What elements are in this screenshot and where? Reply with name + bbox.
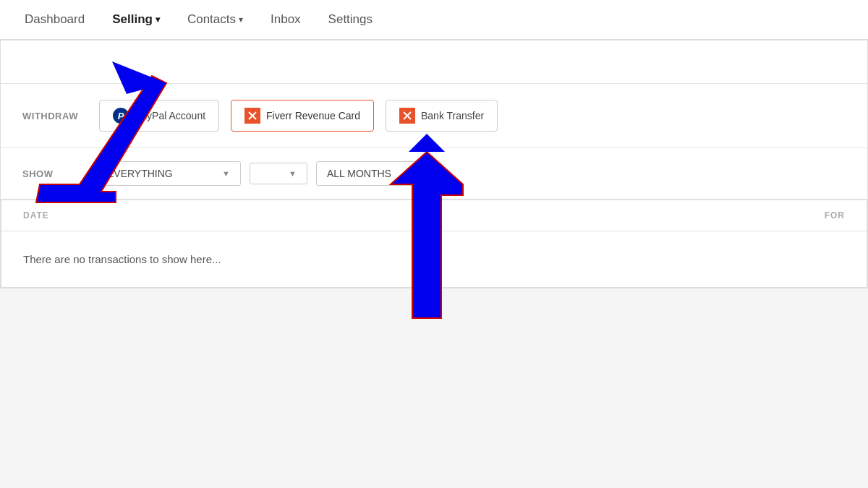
withdraw-label: WITHDRAW [22,111,88,121]
top-navigation: Dashboard Selling ▾ Contacts ▾ Inbox Set… [0,0,868,40]
show-months-dropdown[interactable]: ALL MONTHS ▼ [316,161,432,186]
bank-transfer-icon [399,108,415,124]
bank-transfer-button-label: Bank Transfer [421,110,484,121]
table-header-row: DATE FOR [1,200,867,231]
show-everything-dropdown[interactable]: EVERYTHING ▼ [96,161,241,186]
withdraw-section: WITHDRAW P PayPal Account Fiverr Revenue… [1,84,867,148]
fiverr-card-button-label: Fiverr Revenue Card [266,110,360,121]
bank-transfer-withdraw-button[interactable]: Bank Transfer [386,100,498,132]
show-months-value: ALL MONTHS [327,168,391,179]
table-date-header: DATE [23,210,182,221]
nav-selling[interactable]: Selling ▾ [109,12,163,27]
fiverr-card-withdraw-button[interactable]: Fiverr Revenue Card [231,100,374,132]
fiverr-revenue-card-icon [244,108,260,124]
everything-dropdown-arrow-icon: ▼ [222,169,230,178]
show-small-dropdown[interactable]: ▼ [250,163,307,184]
balance-bar [1,40,867,84]
months-dropdown-arrow-icon: ▼ [413,169,421,178]
nav-contacts[interactable]: Contacts ▾ [184,12,246,27]
selling-chevron-icon: ▾ [156,14,160,25]
table-empty-message: There are no transactions to show here..… [1,231,867,287]
paypal-icon: P [113,108,129,124]
show-everything-value: EVERYTHING [107,168,173,179]
nav-dashboard[interactable]: Dashboard [22,12,88,27]
table-for-header: FOR [182,210,845,221]
transactions-table: DATE FOR There are no transactions to sh… [1,200,867,288]
nav-settings[interactable]: Settings [326,12,375,27]
paypal-withdraw-button[interactable]: P PayPal Account [99,100,219,132]
paypal-button-label: PayPal Account [135,110,205,121]
main-card: WITHDRAW P PayPal Account Fiverr Revenue… [0,40,868,288]
contacts-chevron-icon: ▾ [239,14,243,25]
show-label: SHOW [22,168,88,179]
small-dropdown-arrow-icon: ▼ [289,169,297,178]
nav-inbox[interactable]: Inbox [268,12,304,27]
show-section: SHOW EVERYTHING ▼ ▼ ALL MONTHS ▼ [1,148,867,200]
